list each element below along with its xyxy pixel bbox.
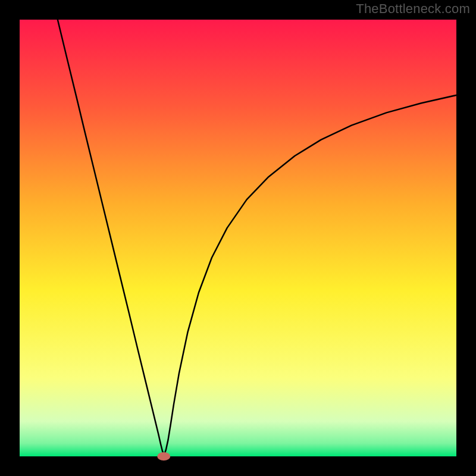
bottleneck-chart <box>0 0 476 476</box>
optimum-marker <box>157 452 170 461</box>
plot-background <box>20 20 456 456</box>
chart-frame: { "watermark": "TheBottleneck.com", "cha… <box>0 0 476 476</box>
